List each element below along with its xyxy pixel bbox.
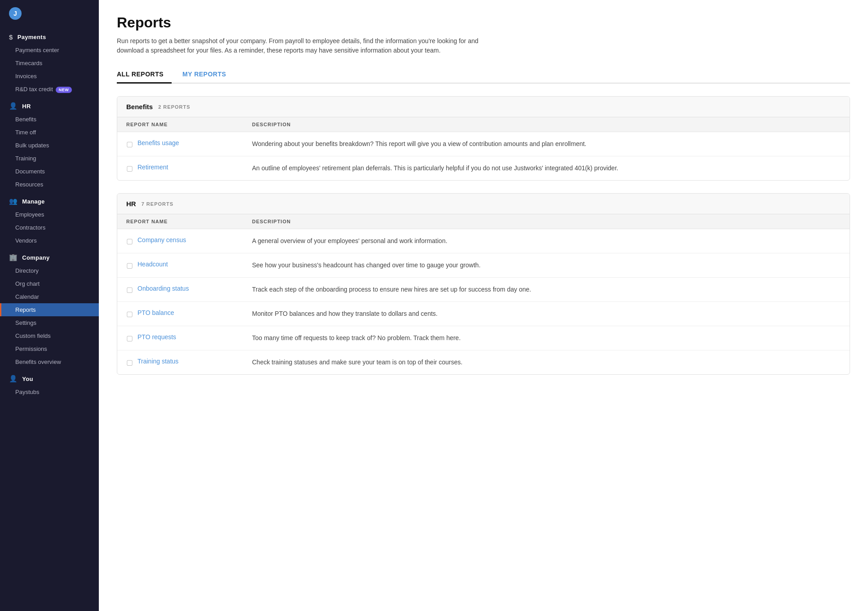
- report-link-cell-pto-balance: ▢ PTO balance: [126, 309, 252, 318]
- sidebar-section-company: 🏢Company: [0, 247, 99, 264]
- sidebar-logo: J: [0, 0, 99, 27]
- sidebar-item-rd-tax-credit[interactable]: R&D tax creditNEW: [0, 83, 99, 96]
- sidebar-item-time-off[interactable]: Time off: [0, 126, 99, 139]
- col-report-name: REPORT NAME: [126, 122, 252, 127]
- sidebar-section-you: 👤You: [0, 368, 99, 385]
- report-description-company-census: A general overview of your employees' pe…: [252, 236, 841, 246]
- report-link-cell-onboarding-status: ▢ Onboarding status: [126, 285, 252, 294]
- sidebar-item-directory[interactable]: Directory: [0, 264, 99, 277]
- report-link-cell-company-census: ▢ Company census: [126, 236, 252, 245]
- col-description: DESCRIPTION: [252, 122, 841, 127]
- sidebar-item-settings[interactable]: Settings: [0, 316, 99, 329]
- tabs-bar: ALL REPORTSMY REPORTS: [117, 66, 850, 84]
- report-description-onboarding-status: Track each step of the onboarding proces…: [252, 285, 841, 294]
- report-link-cell-training-status: ▢ Training status: [126, 358, 252, 367]
- report-link-benefits-usage[interactable]: Benefits usage: [137, 139, 179, 146]
- report-link-training-status[interactable]: Training status: [137, 358, 178, 365]
- sidebar-item-paystubs[interactable]: Paystubs: [0, 385, 99, 398]
- sidebar-item-employees[interactable]: Employees: [0, 208, 99, 221]
- report-row-onboarding-status: ▢ Onboarding status Track each step of t…: [117, 278, 850, 302]
- sidebar-item-permissions[interactable]: Permissions: [0, 342, 99, 355]
- hr-icon: 👤: [9, 102, 18, 110]
- sidebar-item-reports[interactable]: Reports: [0, 303, 99, 316]
- manage-icon: 👥: [9, 197, 18, 205]
- report-description-benefits-usage: Wondering about your benefits breakdown?…: [252, 139, 841, 149]
- report-section-title-hr: HR: [126, 200, 136, 208]
- sidebar-item-resources[interactable]: Resources: [0, 178, 99, 191]
- sidebar: J $PaymentsPayments centerTimecardsInvoi…: [0, 0, 99, 611]
- sidebar-item-vendors[interactable]: Vendors: [0, 234, 99, 247]
- main-content: Reports Run reports to get a better snap…: [99, 0, 868, 611]
- file-icon-training-status: ▢: [126, 358, 133, 367]
- sidebar-item-documents[interactable]: Documents: [0, 165, 99, 178]
- report-link-pto-balance[interactable]: PTO balance: [137, 309, 174, 316]
- sidebar-item-benefits[interactable]: Benefits: [0, 113, 99, 126]
- report-row-company-census: ▢ Company census A general overview of y…: [117, 229, 850, 253]
- report-count-benefits: 2 REPORTS: [158, 104, 190, 110]
- sidebar-item-training[interactable]: Training: [0, 152, 99, 165]
- report-description-headcount: See how your business's headcount has ch…: [252, 261, 841, 270]
- report-link-pto-requests[interactable]: PTO requests: [137, 333, 176, 341]
- report-link-cell-benefits-usage: ▢ Benefits usage: [126, 139, 252, 148]
- sidebar-item-invoices[interactable]: Invoices: [0, 70, 99, 83]
- report-link-retirement[interactable]: Retirement: [137, 164, 168, 171]
- payments-icon: $: [9, 33, 13, 41]
- report-description-retirement: An outline of employees' retirement plan…: [252, 164, 841, 173]
- sidebar-section-manage: 👥Manage: [0, 191, 99, 208]
- report-sections: Benefits 2 REPORTS REPORT NAME DESCRIPTI…: [117, 96, 850, 375]
- company-icon: 🏢: [9, 253, 18, 261]
- file-icon-benefits-usage: ▢: [126, 140, 133, 148]
- sidebar-item-calendar[interactable]: Calendar: [0, 290, 99, 303]
- col-report-name: REPORT NAME: [126, 219, 252, 224]
- page-title: Reports: [117, 14, 850, 31]
- file-icon-pto-balance: ▢: [126, 310, 133, 318]
- report-section-hr: HR 7 REPORTS REPORT NAME DESCRIPTION ▢ C…: [117, 193, 850, 375]
- sidebar-section-payments: $Payments: [0, 27, 99, 44]
- file-icon-headcount: ▢: [126, 261, 133, 270]
- report-section-header-hr: HR 7 REPORTS: [117, 194, 850, 214]
- report-link-onboarding-status[interactable]: Onboarding status: [137, 285, 189, 292]
- logo-icon: J: [9, 7, 22, 20]
- sidebar-item-bulk-updates[interactable]: Bulk updates: [0, 139, 99, 152]
- tab-my-reports[interactable]: MY REPORTS: [182, 66, 234, 84]
- report-link-company-census[interactable]: Company census: [137, 236, 186, 244]
- report-section-title-benefits: Benefits: [126, 103, 153, 111]
- sidebar-item-contractors[interactable]: Contractors: [0, 221, 99, 234]
- file-icon-pto-requests: ▢: [126, 334, 133, 342]
- sidebar-item-benefits-overview[interactable]: Benefits overview: [0, 355, 99, 368]
- report-link-cell-headcount: ▢ Headcount: [126, 261, 252, 270]
- report-col-header-hr: REPORT NAME DESCRIPTION: [117, 214, 850, 229]
- file-icon-onboarding-status: ▢: [126, 285, 133, 294]
- sidebar-item-payments-center[interactable]: Payments center: [0, 44, 99, 57]
- report-row-pto-requests: ▢ PTO requests Too many time off request…: [117, 326, 850, 350]
- col-description: DESCRIPTION: [252, 219, 841, 224]
- report-description-training-status: Check training statuses and make sure yo…: [252, 358, 841, 367]
- sidebar-section-hr: 👤HR: [0, 96, 99, 113]
- report-row-benefits-usage: ▢ Benefits usage Wondering about your be…: [117, 132, 850, 156]
- tab-all-reports[interactable]: ALL REPORTS: [117, 66, 172, 84]
- sidebar-item-custom-fields[interactable]: Custom fields: [0, 329, 99, 342]
- sidebar-item-timecards[interactable]: Timecards: [0, 57, 99, 70]
- badge-new: NEW: [56, 87, 72, 93]
- you-icon: 👤: [9, 375, 18, 383]
- report-col-header-benefits: REPORT NAME DESCRIPTION: [117, 117, 850, 132]
- report-section-benefits: Benefits 2 REPORTS REPORT NAME DESCRIPTI…: [117, 96, 850, 181]
- report-description-pto-requests: Too many time off requests to keep track…: [252, 333, 841, 343]
- report-link-cell-pto-requests: ▢ PTO requests: [126, 333, 252, 342]
- report-link-headcount[interactable]: Headcount: [137, 261, 168, 268]
- report-count-hr: 7 REPORTS: [142, 201, 173, 207]
- file-icon-retirement: ▢: [126, 164, 133, 173]
- report-row-pto-balance: ▢ PTO balance Monitor PTO balances and h…: [117, 302, 850, 326]
- page-description: Run reports to get a better snapshot of …: [117, 36, 485, 55]
- report-row-headcount: ▢ Headcount See how your business's head…: [117, 253, 850, 278]
- report-row-training-status: ▢ Training status Check training statuse…: [117, 350, 850, 374]
- report-description-pto-balance: Monitor PTO balances and how they transl…: [252, 309, 841, 319]
- sidebar-item-org-chart[interactable]: Org chart: [0, 277, 99, 290]
- report-section-header-benefits: Benefits 2 REPORTS: [117, 97, 850, 117]
- report-link-cell-retirement: ▢ Retirement: [126, 164, 252, 173]
- file-icon-company-census: ▢: [126, 237, 133, 245]
- report-row-retirement: ▢ Retirement An outline of employees' re…: [117, 156, 850, 180]
